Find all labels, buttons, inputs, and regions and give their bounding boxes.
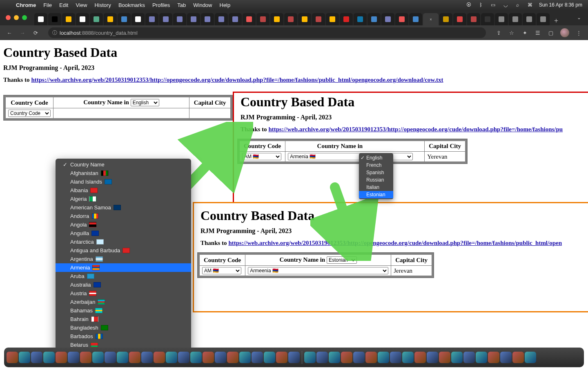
view-menu[interactable]: View xyxy=(72,2,91,8)
tab-menu[interactable]: Tab xyxy=(174,2,189,8)
dock-item[interactable] xyxy=(129,352,140,363)
dock-item[interactable] xyxy=(341,352,352,363)
dock-item[interactable] xyxy=(329,352,340,363)
dropdown-option[interactable]: Andorra xyxy=(56,212,191,220)
dock-item[interactable] xyxy=(288,352,300,363)
dropdown-option[interactable]: Belarus xyxy=(56,341,191,348)
panel2-name-select[interactable]: Armenia 🇦🇲 xyxy=(288,153,413,160)
wifi-icon[interactable]: ◡ xyxy=(502,2,509,8)
share-icon[interactable]: ⇪ xyxy=(495,30,502,36)
new-tab-button[interactable]: + xyxy=(550,17,562,25)
dock-item[interactable] xyxy=(365,352,377,363)
dock-item[interactable] xyxy=(451,352,463,363)
tab-strip[interactable]: × + xyxy=(34,10,562,25)
dock-item[interactable] xyxy=(488,352,499,363)
language-option[interactable]: French xyxy=(359,162,393,169)
panel3-code-select[interactable]: AM 🇦🇲 xyxy=(202,267,241,274)
dock-item[interactable] xyxy=(19,352,30,363)
language-option[interactable]: Russian xyxy=(359,176,393,184)
mac-dock[interactable] xyxy=(4,348,584,367)
dock-item[interactable] xyxy=(178,352,189,363)
dock-item[interactable] xyxy=(500,352,512,363)
dock-item[interactable] xyxy=(402,352,414,363)
dropdown-option[interactable]: Bahrain xyxy=(56,315,191,323)
bookmarks-menu[interactable]: Bookmarks xyxy=(115,2,149,8)
country-code-select[interactable]: Country Code xyxy=(8,110,51,117)
dock-item[interactable] xyxy=(190,352,202,363)
profiles-menu[interactable]: Profiles xyxy=(149,2,174,8)
site-info-icon[interactable]: ⓘ xyxy=(52,29,57,36)
dock-item[interactable] xyxy=(252,352,263,363)
dock-item[interactable] xyxy=(68,352,79,363)
dropdown-option[interactable]: Australia xyxy=(56,280,191,289)
dropdown-option[interactable]: Anguilla xyxy=(56,229,191,238)
close-window-button[interactable] xyxy=(6,15,11,20)
address-bar[interactable]: ⓘ localhost:8888/country_data.html xyxy=(48,27,486,38)
reading-list-icon[interactable]: ☰ xyxy=(534,30,541,36)
language-option[interactable]: ✓English xyxy=(359,154,393,162)
dock-item[interactable] xyxy=(105,352,116,363)
country-name-dropdown-open[interactable]: ✓Country NameAfghanistan Aland Islands A… xyxy=(56,159,191,348)
profile-avatar[interactable] xyxy=(560,28,569,37)
dropdown-option[interactable]: Argentina xyxy=(56,255,191,263)
dock-item[interactable] xyxy=(390,352,401,363)
dock-item[interactable] xyxy=(227,352,238,363)
dropdown-option[interactable]: Afghanistan xyxy=(56,169,191,177)
bluetooth-icon[interactable]: ᛒ xyxy=(478,2,484,8)
language-option[interactable]: Estonian xyxy=(359,191,393,198)
dock-item[interactable] xyxy=(56,352,67,363)
extensions-icon[interactable]: ✦ xyxy=(521,30,528,36)
app-menu[interactable]: Chrome xyxy=(12,2,40,8)
language-option[interactable]: Italian xyxy=(359,184,393,191)
back-button[interactable]: ← xyxy=(6,30,13,36)
dropdown-option[interactable]: Bahamas xyxy=(56,306,191,315)
dropdown-option[interactable]: Albania xyxy=(56,186,191,195)
language-dropdown-open[interactable]: ✓EnglishFrenchSpanishRussianItalianEston… xyxy=(359,153,393,199)
dropdown-option[interactable]: Bangladesh xyxy=(56,323,191,332)
dock-item[interactable] xyxy=(427,352,438,363)
dock-item[interactable] xyxy=(316,352,328,363)
minimize-window-button[interactable] xyxy=(14,15,19,20)
dropdown-option[interactable]: Aruba xyxy=(56,272,191,280)
dropdown-option[interactable]: Antigua and Barbuda xyxy=(56,246,191,255)
dropdown-option[interactable]: Angola xyxy=(56,220,191,229)
chrome-menu-icon[interactable]: ⋮ xyxy=(575,30,582,36)
edit-menu[interactable]: Edit xyxy=(56,2,72,8)
control-centre-icon[interactable]: ⌘ xyxy=(527,2,533,8)
dock-item[interactable] xyxy=(439,352,450,363)
forward-button[interactable]: → xyxy=(19,30,26,36)
dock-item[interactable] xyxy=(476,352,487,363)
side-panel-icon[interactable]: ▢ xyxy=(547,30,555,36)
dock-item[interactable] xyxy=(92,352,104,363)
dock-item[interactable] xyxy=(512,352,524,363)
dropdown-option[interactable]: Austria xyxy=(56,289,191,298)
dropdown-option[interactable]: ✓Country Name xyxy=(56,160,191,169)
dock-item[interactable] xyxy=(353,352,365,363)
language-select-main[interactable]: English xyxy=(131,99,159,106)
dock-item[interactable] xyxy=(141,352,153,363)
dock-item[interactable] xyxy=(215,352,226,363)
dock-item[interactable] xyxy=(304,352,316,363)
help-menu[interactable]: Help xyxy=(216,2,234,8)
dock-item[interactable] xyxy=(80,352,91,363)
zoom-window-button[interactable] xyxy=(22,15,27,20)
panel3-name-select[interactable]: Armeenia 🇦🇲 xyxy=(248,267,388,274)
dropdown-option[interactable]: American Samoa xyxy=(56,203,191,212)
tab-overflow-button[interactable]: ⌄ xyxy=(573,15,585,21)
language-option[interactable]: Spanish xyxy=(359,169,393,176)
dock-item[interactable] xyxy=(378,352,389,363)
dropdown-option[interactable]: Aland Islands xyxy=(56,177,191,186)
dock-item[interactable] xyxy=(166,352,177,363)
dock-item[interactable] xyxy=(239,352,251,363)
dock-item[interactable] xyxy=(463,352,475,363)
history-menu[interactable]: History xyxy=(91,2,114,8)
dock-item[interactable] xyxy=(43,352,55,363)
dock-item[interactable] xyxy=(414,352,426,363)
dock-item[interactable] xyxy=(264,352,275,363)
dropdown-option[interactable]: Antarctica xyxy=(56,238,191,246)
close-tab-icon[interactable]: × xyxy=(430,17,432,22)
menubar-clock[interactable]: Sun 16 Apr 8:36 pm xyxy=(539,2,582,8)
dock-item[interactable] xyxy=(276,352,287,363)
dock-item[interactable] xyxy=(525,352,536,363)
dropdown-option[interactable]: Algeria xyxy=(56,195,191,203)
